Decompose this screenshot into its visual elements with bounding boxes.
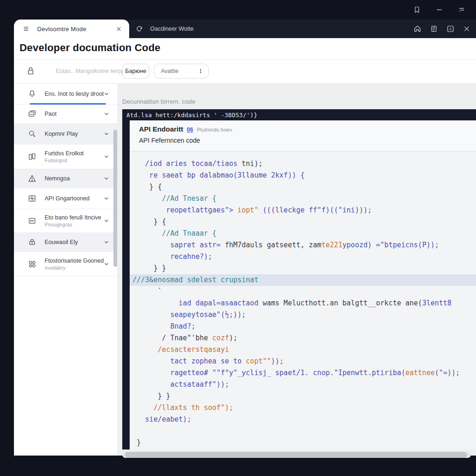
sidebar-item-label: Eto bano feru8 Itncive: [45, 214, 101, 221]
tab-bar-actions: G: [413, 20, 470, 38]
example-button[interactable]: Барюне: [122, 64, 149, 79]
sidebar-item-4[interactable]: Furtdss ErolkotFuitsirgnd: [14, 145, 117, 169]
browser-tab-bar: Devloomtre Mode Oacdineer Wotte G: [14, 20, 476, 38]
sort-arrows-icon: [198, 68, 204, 74]
code-line: seapeytosae"(½;));: [132, 309, 476, 321]
chevron-down-icon[interactable]: [103, 91, 110, 97]
sidebar-item-sublabel: Pnougngras: [45, 222, 101, 227]
filter-menu-icon[interactable]: [456, 4, 467, 15]
code-line: /iod aries tocaa/tiaos tni);: [132, 158, 476, 170]
sidebar-item-6[interactable]: API Gngartooned: [14, 188, 117, 209]
grid-dots-icon: [27, 216, 37, 225]
section-header: Decunnaitton birrem. code: [122, 98, 195, 105]
columns-icon: [27, 152, 37, 161]
os-top-bar: [0, 0, 476, 20]
sidebar-item-label: Eouwaoil Ely: [45, 239, 78, 245]
code-line: re saeat bp dalabmao(3llaume 2kxf)) {: [132, 170, 476, 181]
sidebar-item-5[interactable]: Nemngoa: [14, 169, 117, 188]
close-tab-icon[interactable]: [116, 26, 122, 32]
code-lines[interactable]: /iod aries tocaa/tiaos tni); re saeat bp…: [130, 152, 476, 449]
code-title-bar: Atd.lsa hett:/kddasirts ' -3BD53/')}: [122, 109, 476, 120]
sidebar-item-3[interactable]: Kopmnr Play: [14, 124, 117, 145]
code-line-highlighted: ///3&enosmad sdelest crupsinat: [130, 274, 476, 286]
svg-text:G: G: [450, 27, 452, 31]
code-line: tact zophea se to copt""));: [132, 356, 476, 367]
lock-icon: [26, 66, 36, 77]
code-editor[interactable]: { API Endoaritt 06 Plutmnds hoev API Fef…: [122, 120, 476, 450]
sidebar-item-label: Ens. Inot to liesty droot: [45, 91, 104, 97]
chevron-down-icon[interactable]: [103, 239, 110, 245]
chevron-down-icon[interactable]: [103, 195, 110, 202]
api-endpoint-label: API Endoaritt: [139, 125, 183, 133]
code-line: //Ad Tnaaar {: [132, 228, 476, 239]
hamburger-menu-icon[interactable]: [22, 26, 30, 32]
tab-secondary[interactable]: Oacdineer Wotte: [136, 20, 194, 38]
sidebar-item-label: Kopmnr Play: [45, 131, 78, 137]
code-line: sapret astr= fhM7dauls gatseett, zamte22…: [132, 239, 476, 251]
sidebar-item-9[interactable]: Ftostorisariote Goonedsvodabry: [14, 252, 117, 277]
api-endpoint-note: Plutmnds hoev: [197, 127, 232, 132]
close-window-icon[interactable]: [463, 25, 470, 33]
chevron-down-icon[interactable]: [103, 175, 110, 182]
sidebar-item-label: Furtdss Erolkot: [45, 150, 84, 157]
api-reference-label: API Fefernncen code: [139, 137, 476, 144]
sidebar-item-2[interactable]: Paot: [14, 105, 117, 124]
code-line: actsataaff"));: [132, 379, 476, 390]
main-panel: Decunnaitton birrem. code Atd.lsa hett:/…: [117, 84, 476, 456]
api-endpoint-card: API Endoaritt 06 Plutmnds hoev API Fefer…: [130, 120, 476, 152]
lock-icon: [27, 238, 37, 247]
reload-icon[interactable]: [136, 25, 144, 33]
layers-icon: [27, 109, 37, 119]
filter-dropdown[interactable]: Avattie: [154, 64, 209, 79]
sidebar-item-label: Nemngoa: [45, 175, 70, 182]
code-line: //Ad Tnesar {: [132, 193, 476, 205]
code-line: } }: [132, 263, 476, 274]
chevron-down-icon[interactable]: [103, 131, 110, 137]
search-input[interactable]: Eotas.. Mangoikome lierpptal: [56, 68, 131, 74]
bookmark-icon[interactable]: [411, 4, 423, 15]
chevron-down-icon[interactable]: [103, 261, 110, 267]
code-line: [132, 425, 476, 437]
code-block: Atd.lsa hett:/kddasirts ' -3BD53/')} { A…: [122, 109, 476, 450]
sidebar-item-8[interactable]: Eouwaoil Ely: [14, 233, 117, 252]
warning-icon: [27, 174, 37, 183]
tab-label: Devloomtre Mode: [37, 26, 86, 33]
code-line: recahne?);: [132, 251, 476, 263]
code-line: //llaxts th soof");: [132, 402, 476, 414]
chevron-down-icon[interactable]: [103, 153, 110, 160]
sidebar-item-sublabel: svodabry: [45, 265, 104, 271]
code-line: } }: [132, 390, 476, 402]
sidebar-item-label: Paot: [45, 111, 57, 117]
code-line: sie/eabet);: [132, 414, 476, 425]
sidebar-item-7[interactable]: Eto bano feru8 ItncivePnougngras: [14, 209, 117, 233]
sidebar-item-label: Ftostorisariote Gooned: [45, 258, 104, 264]
app-window: Devloomtre Mode Oacdineer Wotte G: [14, 20, 476, 456]
code-line: /ecsacterstqasayi: [132, 344, 476, 356]
code-line: `: [132, 286, 476, 298]
sidebar-nav: Ens. Inot to liesty drootPaotKopmnr Play…: [14, 84, 117, 456]
chevron-down-icon[interactable]: [103, 218, 110, 224]
code-line: iad dapal=asaactaod wams Melucthott.an b…: [132, 298, 476, 309]
horizontal-scrollbar-track[interactable]: [122, 452, 471, 458]
api-endpoint-link[interactable]: 06: [187, 126, 193, 133]
g-badge-icon[interactable]: G: [446, 25, 455, 33]
sidebar-item-1[interactable]: Ens. Inot to liesty droot: [14, 84, 117, 105]
document-icon[interactable]: [430, 25, 438, 33]
bell-icon: [27, 89, 37, 99]
page-title: Developer documation Code: [20, 42, 160, 54]
home-icon[interactable]: [413, 25, 422, 33]
sidebar-item-label: API Gngartooned: [45, 195, 90, 202]
code-line: } {: [132, 181, 476, 193]
code-line: }: [132, 437, 476, 449]
chevron-down-icon[interactable]: [103, 111, 110, 117]
filter-dropdown-value: Avattie: [161, 68, 178, 74]
horizontal-scrollbar-thumb[interactable]: [125, 452, 467, 458]
code-line: } {: [132, 216, 476, 228]
code-line: 8nad?;: [132, 321, 476, 332]
tab-developer-mode[interactable]: Devloomtre Mode: [14, 20, 129, 38]
minimize-icon[interactable]: [434, 4, 445, 15]
code-line: / Tnae"'bhe cozf);: [132, 332, 476, 344]
open-brace: {: [123, 122, 127, 130]
apps-icon: [27, 259, 37, 269]
code-line: reopetlattgaes"> iopt" (((lleckge ff"f)(…: [132, 205, 476, 216]
